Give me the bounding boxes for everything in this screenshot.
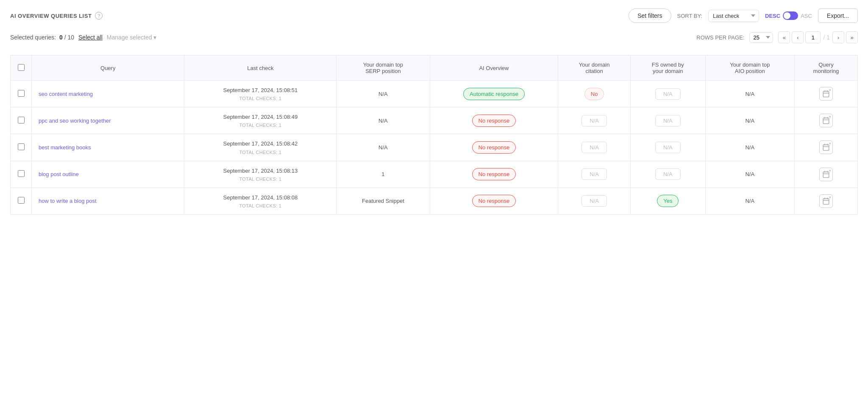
domain-citation-cell: N/A xyxy=(558,134,631,161)
page-title: AI OVERVIEW QUERIES LIST xyxy=(10,13,92,19)
th-domain-citation: Your domaincitation xyxy=(558,56,631,81)
pagination-controls: « ‹ / 1 › » xyxy=(778,31,858,43)
total-count: 10 xyxy=(67,34,74,41)
query-link[interactable]: blog post outline xyxy=(39,171,79,177)
sort-by-select[interactable]: Last check Query xyxy=(708,10,759,22)
current-page-input[interactable] xyxy=(805,31,821,43)
query-link[interactable]: best marketing books xyxy=(39,144,91,151)
sort-toggle[interactable]: DESC ASC xyxy=(765,11,812,20)
last-check-date: September 17, 2024, 15:08:42 xyxy=(189,140,332,148)
calendar-x-icon: ✕ xyxy=(829,196,832,199)
th-query-monitoring: Querymonitoring xyxy=(794,56,857,81)
na-badge: N/A xyxy=(581,142,607,153)
fs-badge: Yes xyxy=(657,195,679,207)
row-checkbox[interactable] xyxy=(18,170,25,177)
calendar-icon[interactable]: ✕ xyxy=(819,194,833,208)
page-divider: / 1 xyxy=(823,34,830,41)
calendar-x-icon: ✕ xyxy=(829,88,832,92)
th-checkbox xyxy=(11,56,32,81)
rows-per-page-select[interactable]: 25 50 100 xyxy=(749,32,773,43)
query-monitoring-cell: ✕ xyxy=(794,107,857,134)
next-page-button[interactable]: › xyxy=(832,31,844,43)
last-check-date: September 17, 2024, 15:08:13 xyxy=(189,167,332,175)
last-check-cell: September 17, 2024, 15:08:13TOTAL CHECKS… xyxy=(184,161,337,188)
export-button[interactable]: Export... xyxy=(818,8,858,23)
domain-citation-cell: N/A xyxy=(558,161,631,188)
first-page-button[interactable]: « xyxy=(778,31,790,43)
row-checkbox-cell xyxy=(11,81,32,107)
th-top-aio: Your domain topAIO position xyxy=(705,56,794,81)
last-check-date: September 17, 2024, 15:08:08 xyxy=(189,194,332,202)
total-checks: TOTAL CHECKS: 1 xyxy=(189,96,332,101)
fs-owned-cell: Yes xyxy=(630,188,705,214)
calendar-icon[interactable]: ✕ xyxy=(819,140,833,154)
th-fs-owned: FS owned byyour domain xyxy=(630,56,705,81)
fs-owned-cell: N/A xyxy=(630,107,705,134)
table-row: how to write a blog postSeptember 17, 20… xyxy=(11,188,858,214)
help-icon[interactable]: ? xyxy=(95,12,103,20)
query-monitoring-cell: ✕ xyxy=(794,81,857,107)
na-badge: N/A xyxy=(581,115,607,126)
selected-queries-label: Selected queries: 0 / 10 xyxy=(10,34,74,41)
query-link[interactable]: how to write a blog post xyxy=(39,198,97,204)
serp-position-cell: N/A xyxy=(337,107,430,134)
ai-overview-badge: No response xyxy=(472,168,516,180)
ai-overview-cell: No response xyxy=(430,188,558,214)
sort-by-label: SORT BY: xyxy=(677,13,703,19)
last-check-date: September 17, 2024, 15:08:49 xyxy=(189,113,332,121)
th-query: Query xyxy=(32,56,184,81)
fs-owned-cell: N/A xyxy=(630,134,705,161)
query-link[interactable]: ppc and seo working together xyxy=(39,118,111,124)
last-check-cell: September 17, 2024, 15:08:49TOTAL CHECKS… xyxy=(184,107,337,134)
select-all-checkbox[interactable] xyxy=(18,64,25,71)
total-checks: TOTAL CHECKS: 1 xyxy=(189,177,332,182)
calendar-icon[interactable]: ✕ xyxy=(819,114,833,127)
top-aio-cell: N/A xyxy=(705,107,794,134)
serp-position-cell: N/A xyxy=(337,81,430,107)
last-page-button[interactable]: » xyxy=(846,31,858,43)
svg-rect-8 xyxy=(823,145,829,151)
calendar-x-icon: ✕ xyxy=(829,142,832,146)
manage-selected-button[interactable]: Manage selected ▾ xyxy=(107,34,157,41)
total-checks: TOTAL CHECKS: 1 xyxy=(189,203,332,208)
prev-page-button[interactable]: ‹ xyxy=(792,31,804,43)
sort-desc-label: DESC xyxy=(765,13,780,19)
na-badge: N/A xyxy=(581,195,607,207)
calendar-icon[interactable]: ✕ xyxy=(819,87,833,101)
ai-overview-cell: No response xyxy=(430,107,558,134)
serp-position-cell: N/A xyxy=(337,134,430,161)
row-checkbox-cell xyxy=(11,134,32,161)
calendar-icon[interactable]: ✕ xyxy=(819,168,833,181)
na-badge: N/A xyxy=(655,142,681,153)
query-monitoring-cell: ✕ xyxy=(794,134,857,161)
svg-rect-4 xyxy=(823,118,829,124)
ai-overview-cell: Automatic response xyxy=(430,81,558,107)
sort-asc-label: ASC xyxy=(801,13,812,19)
queries-table: Query Last check Your domain topSERP pos… xyxy=(10,55,858,215)
query-cell: best marketing books xyxy=(32,134,184,161)
row-checkbox[interactable] xyxy=(18,90,25,97)
last-check-cell: September 17, 2024, 15:08:51TOTAL CHECKS… xyxy=(184,81,337,107)
fs-owned-cell: N/A xyxy=(630,81,705,107)
row-checkbox[interactable] xyxy=(18,143,25,150)
rows-per-page-label: ROWS PER PAGE: xyxy=(696,34,744,41)
na-badge: N/A xyxy=(655,88,681,100)
row-checkbox[interactable] xyxy=(18,117,25,123)
table-row: blog post outlineSeptember 17, 2024, 15:… xyxy=(11,161,858,188)
serp-position-cell: Featured Snippet xyxy=(337,188,430,214)
top-aio-cell: N/A xyxy=(705,81,794,107)
last-check-cell: September 17, 2024, 15:08:08TOTAL CHECKS… xyxy=(184,188,337,214)
domain-citation-cell: N/A xyxy=(558,188,631,214)
set-filters-button[interactable]: Set filters xyxy=(629,8,671,23)
query-cell: ppc and seo working together xyxy=(32,107,184,134)
query-monitoring-cell: ✕ xyxy=(794,161,857,188)
table-row: seo content marketingSeptember 17, 2024,… xyxy=(11,81,858,107)
selected-count: 0 xyxy=(59,34,63,41)
calendar-x-icon: ✕ xyxy=(829,115,832,119)
na-badge: N/A xyxy=(655,168,681,180)
sort-toggle-pill[interactable] xyxy=(783,11,798,20)
select-all-link[interactable]: Select all xyxy=(78,34,103,41)
row-checkbox-cell xyxy=(11,107,32,134)
query-link[interactable]: seo content marketing xyxy=(39,91,93,97)
row-checkbox[interactable] xyxy=(18,197,25,204)
